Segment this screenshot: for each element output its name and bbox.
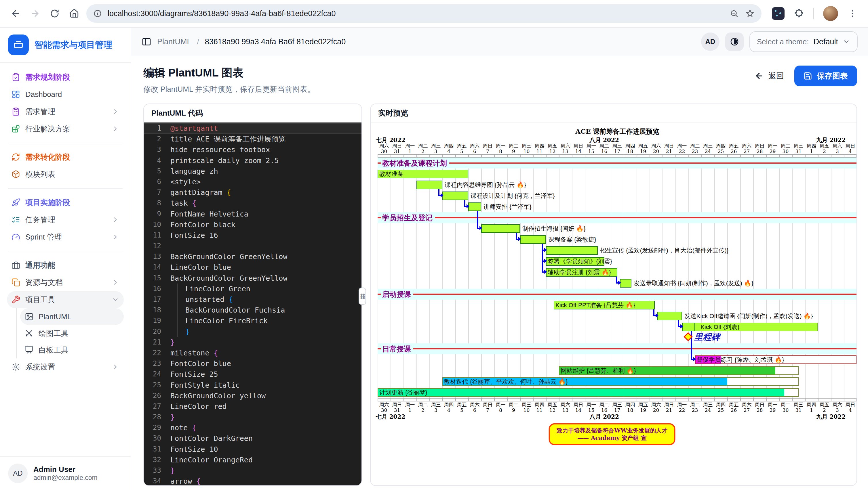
- gantt-day-number: 12: [546, 149, 559, 154]
- sidebar-item-settings[interactable]: 系统设置: [7, 358, 124, 375]
- code-line-text: milestone {: [169, 348, 218, 358]
- plantuml-code-editor[interactable]: 1@startgantt2title ACE 课前筹备工作进展预览3hide r…: [144, 123, 362, 485]
- sidebar-item-req-plan[interactable]: 需求规划阶段: [7, 68, 124, 86]
- code-line-text: hide ressources footbox: [169, 144, 270, 155]
- gantt-day-number: 21: [662, 149, 676, 154]
- gantt-task-label: 课程设计及计划 {何克，兰泽军}: [470, 192, 555, 200]
- sidebar-item-label: PlantUML: [38, 312, 119, 321]
- save-icon: [804, 72, 812, 80]
- gantt-dependency-arrow: [464, 206, 467, 207]
- gantt-dependency-arrow: [477, 211, 478, 229]
- extension-icon[interactable]: [772, 7, 784, 20]
- gantt-dependency-arrow: [477, 228, 479, 229]
- extensions-puzzle-icon[interactable]: [789, 4, 809, 23]
- sidebar-item-label: 项目实施阶段: [25, 198, 119, 207]
- theme-select[interactable]: Select a theme: Default: [749, 31, 858, 52]
- code-line: 24FontSize 25: [144, 369, 362, 380]
- sidebar-item-label: 系统设置: [25, 362, 106, 372]
- contrast-theme-icon[interactable]: [725, 32, 744, 51]
- sidebar-item-sprint[interactable]: Sprint 管理: [7, 228, 124, 246]
- code-line-text: FontSize 10: [169, 444, 218, 455]
- save-diagram-button[interactable]: 保存图表: [794, 66, 857, 86]
- sidebar-item-module-list[interactable]: 模块列表: [7, 166, 124, 183]
- code-line: 30FontColor DarkGreen: [144, 433, 362, 444]
- header-avatar[interactable]: AD: [701, 32, 719, 51]
- url-text[interactable]: localhost:3000/diagrams/83618a90-99a3-4a…: [107, 9, 723, 18]
- gantt-dependency-arrow: [653, 315, 656, 316]
- gantt-arrowhead: [544, 248, 547, 252]
- back-button[interactable]: 返回: [754, 71, 784, 81]
- sidebar-item-draw[interactable]: 绘图工具: [20, 325, 124, 341]
- sidebar-item-req-transform[interactable]: 需求转化阶段: [7, 149, 124, 166]
- browser-forward-icon[interactable]: [25, 4, 45, 23]
- panel-resize-handle[interactable]: ●●●●●●: [359, 288, 366, 305]
- back-button-label: 返回: [768, 71, 784, 81]
- line-number: 34: [144, 476, 169, 485]
- theme-select-value: Default: [813, 37, 838, 46]
- gantt-day-number: 27: [740, 149, 753, 154]
- site-info-icon[interactable]: [93, 9, 102, 18]
- browser-reload-icon[interactable]: [45, 4, 64, 23]
- code-line: 6<style>: [144, 176, 362, 187]
- sidebar-item-plantuml[interactable]: PlantUML: [20, 308, 124, 325]
- gantt-day-number: 3: [429, 149, 442, 154]
- sidebar-item-task-manage[interactable]: 任务管理: [7, 211, 124, 228]
- sidebar-item-resources[interactable]: 资源与文档: [7, 274, 124, 291]
- line-number: 20: [144, 326, 169, 337]
- sidebar-item-impl-phase[interactable]: 项目实施阶段: [7, 194, 124, 211]
- gantt-day-number: 30: [378, 149, 391, 154]
- code-line: 8task {: [144, 198, 362, 208]
- panel-toggle-icon[interactable]: [142, 37, 151, 46]
- sidebar-user[interactable]: AD Admin User admin@example.com: [0, 456, 131, 490]
- image-icon: [25, 312, 33, 321]
- gantt-day-number: 5: [455, 149, 468, 154]
- browser-menu-icon[interactable]: [843, 4, 862, 23]
- gantt-day-number: 23: [688, 149, 701, 154]
- save-button-label: 保存图表: [817, 71, 848, 81]
- gantt-day-number: 30: [779, 407, 792, 413]
- gantt-day-number: 4: [442, 149, 455, 154]
- breadcrumb-root[interactable]: PlantUML: [157, 37, 191, 46]
- sidebar-item-dashboard[interactable]: Dashboard: [7, 86, 124, 103]
- bookmark-star-icon[interactable]: [745, 9, 754, 18]
- sidebar-item-whiteboard[interactable]: 白板工具: [20, 341, 124, 358]
- sidebar-subgroup-tools: PlantUML绘图工具白板工具: [16, 308, 124, 358]
- code-line: 18BackGroundColor Fuchsia: [144, 305, 362, 316]
- code-line-text: FontStyle italic: [169, 380, 240, 391]
- blocks-icon: [11, 125, 20, 133]
- gantt-day-number: 10: [520, 407, 533, 413]
- gantt-day-number: 25: [714, 149, 727, 154]
- sidebar-item-label: Sprint 管理: [25, 232, 106, 242]
- app-header: PlantUML / 83618a90 99a3 4afa Ba6f 81ede…: [131, 28, 868, 56]
- gantt-day-number: 28: [753, 407, 766, 413]
- browser-home-icon[interactable]: [64, 4, 84, 23]
- gantt-arrowhead: [544, 270, 547, 274]
- gantt-task-label: 签署《学员须知》{刘震}: [548, 257, 612, 266]
- url-bar[interactable]: localhost:3000/diagrams/83618a90-99a3-4a…: [86, 4, 762, 23]
- browser-profile-avatar[interactable]: [823, 6, 838, 21]
- zoom-level-icon[interactable]: [730, 9, 739, 18]
- browser-back-icon[interactable]: [6, 4, 25, 23]
- sidebar-item-req-manage[interactable]: 需求管理: [7, 103, 124, 120]
- app-brand[interactable]: 智能需求与项目管理: [0, 28, 131, 63]
- gantt-section-band: 学员招生及登记: [378, 212, 857, 223]
- sidebar-item-common[interactable]: 通用功能: [7, 257, 124, 274]
- code-line: 32LineColor OrangeRed: [144, 455, 362, 465]
- sidebar-item-tools[interactable]: 项目工具: [7, 291, 124, 308]
- gantt-task-label: 教材准备: [379, 170, 403, 178]
- sidebar-item-industry[interactable]: 行业解决方案: [7, 120, 124, 137]
- gantt-chart: ACE 课前筹备工作进展预览七月 2022八月 2022九月 2022七月 20…: [378, 127, 857, 455]
- gantt-task-bar: [481, 224, 520, 233]
- layout-dashboard-icon: [11, 90, 20, 99]
- line-number: 19: [144, 316, 169, 326]
- code-line-text: FontSize 25: [169, 369, 218, 380]
- gantt-task-label: 讲师安排 {兰泽军}: [484, 202, 532, 211]
- sidebar-nav: 需求规划阶段Dashboard需求管理行业解决方案需求转化阶段模块列表项目实施阶…: [0, 63, 131, 456]
- code-line: 9FontName Helvetica: [144, 209, 362, 220]
- gantt-task-label: Kick Off PPT准备 {吕慧芬 🔥}: [555, 301, 635, 309]
- page-subtitle: 修改 PlantUML 并实时预览，保存后更新当前图表。: [143, 84, 315, 94]
- code-line: 25FontStyle italic: [144, 380, 362, 391]
- gantt-arrowhead: [441, 193, 443, 197]
- gantt-task-bar: [546, 246, 598, 255]
- gantt-day-number: 26: [727, 149, 740, 154]
